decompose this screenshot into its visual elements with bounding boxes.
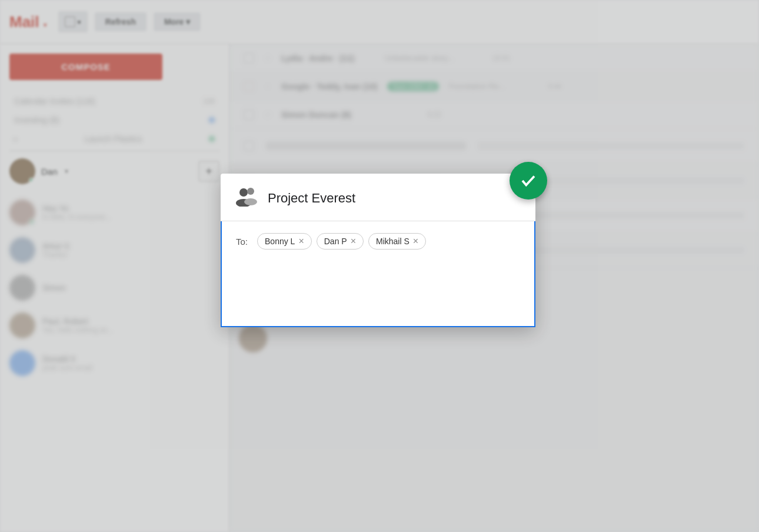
recipient-name: Bonny L xyxy=(265,237,295,246)
group-icon xyxy=(235,185,258,211)
recipient-name: Dan P xyxy=(324,237,347,246)
recipient-chip-bonny[interactable]: Bonny L × xyxy=(257,233,312,250)
modal-body: To: Bonny L × Dan P × Mikhail S × xyxy=(221,221,535,327)
modal-title: Project Everest xyxy=(268,191,355,206)
recipient-name: Mikhail S xyxy=(376,237,410,246)
recipient-chip-danp[interactable]: Dan P × xyxy=(317,233,364,250)
remove-recipient-button[interactable]: × xyxy=(298,237,304,246)
remove-recipient-button[interactable]: × xyxy=(351,237,356,246)
confirm-button[interactable] xyxy=(510,162,547,200)
modal-header: Project Everest xyxy=(221,174,535,221)
to-label: To: xyxy=(236,237,248,247)
svg-point-1 xyxy=(247,188,254,195)
svg-point-0 xyxy=(239,188,248,197)
svg-point-3 xyxy=(244,198,257,205)
modal-card: Project Everest To: Bonny L × Dan P × Mi… xyxy=(221,174,535,327)
remove-recipient-button[interactable]: × xyxy=(413,237,418,246)
recipient-chip-mikhail[interactable]: Mikhail S × xyxy=(368,233,426,250)
recipients-row: To: Bonny L × Dan P × Mikhail S × xyxy=(236,233,520,250)
checkmark-icon xyxy=(520,172,537,189)
